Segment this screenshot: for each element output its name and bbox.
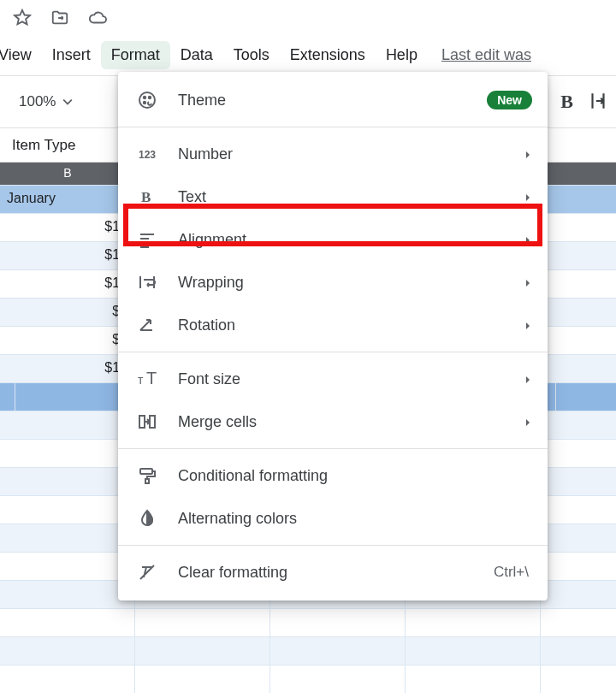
new-badge: New (487, 91, 532, 109)
svg-text:т: т (138, 373, 144, 387)
table-row[interactable] (0, 665, 616, 693)
menu-clear-formatting[interactable]: Clear formatting Ctrl+\ (118, 551, 548, 594)
bold-button[interactable]: B (560, 91, 573, 113)
droplet-icon (137, 508, 157, 529)
rotation-icon (137, 315, 157, 335)
format-dropdown: Theme New 123 Number B Text Alignment Wr… (118, 72, 548, 600)
menu-tools[interactable]: Tools (223, 41, 280, 69)
menu-conditional-formatting[interactable]: Conditional formatting (118, 454, 548, 497)
menu-conditional-formatting-label: Conditional formatting (178, 467, 328, 485)
svg-point-3 (144, 102, 145, 104)
menu-clear-formatting-label: Clear formatting (178, 564, 287, 582)
menu-theme-label: Theme (178, 92, 226, 109)
name-box-value[interactable]: Item Type (12, 137, 75, 154)
menu-font-size-label: Font size (178, 370, 240, 388)
bold-icon: B (137, 186, 157, 207)
paint-roller-icon (137, 465, 157, 486)
menu-help[interactable]: Help (376, 41, 428, 69)
menu-format[interactable]: Format (101, 41, 170, 69)
move-folder-icon[interactable] (50, 9, 69, 30)
svg-rect-9 (145, 479, 149, 483)
svg-rect-8 (140, 469, 152, 474)
font-size-icon: тT (137, 369, 157, 389)
cloud-status-icon[interactable] (88, 9, 107, 30)
title-bar: ing (0, 0, 616, 38)
clear-format-icon (137, 562, 157, 583)
menu-theme[interactable]: Theme New (118, 79, 548, 121)
menu-merge-cells-label: Merge cells (178, 413, 257, 431)
chevron-right-icon (524, 231, 532, 249)
table-row[interactable] (0, 636, 616, 665)
svg-text:123: 123 (139, 149, 156, 161)
zoom-value: 100% (19, 93, 56, 110)
menu-rotation-label: Rotation (178, 316, 235, 334)
chevron-right-icon (524, 370, 532, 388)
menu-text-label: Text (178, 188, 206, 206)
doc-title-fragment[interactable]: ing (0, 7, 1, 31)
star-icon[interactable] (13, 9, 32, 30)
chevron-right-icon (524, 413, 532, 431)
svg-text:T: T (146, 369, 157, 387)
menu-extensions[interactable]: Extensions (280, 41, 376, 69)
menu-wrapping[interactable]: Wrapping (118, 261, 548, 304)
menu-alignment[interactable]: Alignment (118, 218, 548, 261)
chevron-right-icon (524, 316, 532, 334)
zoom-dropdown[interactable]: 100% (19, 93, 73, 110)
menu-merge-cells[interactable]: Merge cells (118, 400, 548, 443)
menu-alternating-colors[interactable]: Alternating colors (118, 497, 548, 540)
separator (118, 545, 548, 546)
svg-point-0 (139, 92, 155, 108)
align-icon (137, 229, 157, 250)
menu-bar: View Insert Format Data Tools Extensions… (0, 38, 616, 72)
menu-rotation[interactable]: Rotation (118, 304, 548, 346)
menu-alignment-label: Alignment (178, 231, 246, 249)
separator (118, 448, 548, 449)
chevron-right-icon (524, 145, 532, 163)
chevron-right-icon (524, 274, 532, 292)
col-B[interactable]: B (0, 166, 135, 180)
table-row[interactable] (0, 608, 616, 636)
menu-data[interactable]: Data (170, 41, 223, 69)
menu-font-size[interactable]: тT Font size (118, 358, 548, 400)
svg-point-1 (144, 97, 145, 98)
svg-point-2 (149, 97, 151, 98)
menu-text[interactable]: B Text (118, 175, 548, 218)
separator (118, 127, 548, 127)
menu-number[interactable]: 123 Number (118, 133, 548, 175)
insert-column-icon[interactable] (587, 90, 609, 115)
menu-number-label: Number (178, 145, 233, 163)
menu-wrapping-label: Wrapping (178, 274, 244, 292)
palette-icon (137, 90, 157, 110)
menu-insert[interactable]: Insert (42, 41, 101, 69)
shortcut-label: Ctrl+\ (494, 564, 529, 581)
menu-view[interactable]: View (0, 41, 42, 69)
last-edit-link[interactable]: Last edit was (441, 46, 531, 64)
chevron-right-icon (524, 188, 532, 206)
number-icon: 123 (137, 144, 157, 164)
menu-alternating-colors-label: Alternating colors (178, 510, 297, 528)
merge-icon (137, 411, 157, 432)
cell-january[interactable]: January (0, 186, 135, 213)
separator (118, 352, 548, 352)
svg-text:B: B (141, 189, 151, 205)
wrap-text-icon (137, 272, 157, 293)
